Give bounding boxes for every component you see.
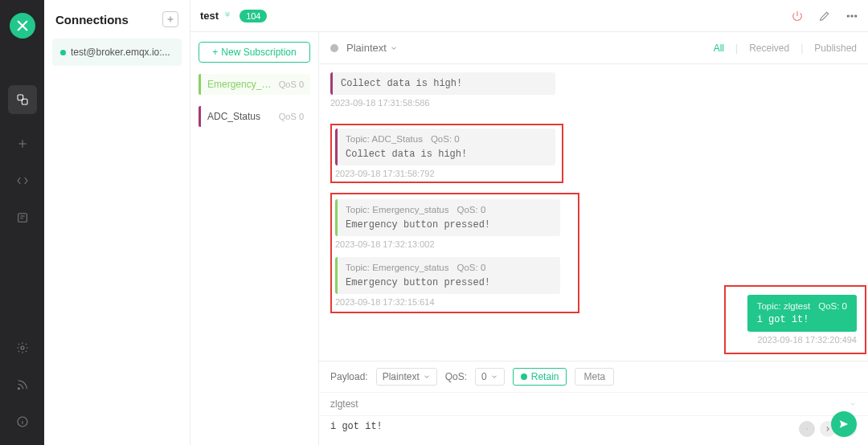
nav-script-icon[interactable]: [15, 174, 30, 188]
messages-header: Plaintext All | Received | Published: [319, 32, 868, 64]
svg-point-7: [851, 14, 853, 16]
connection-item[interactable]: test@broker.emqx.io:...: [52, 39, 182, 66]
edit-button[interactable]: [818, 10, 831, 22]
message-qos: QoS: 0: [457, 205, 485, 214]
topic-input[interactable]: zlgtest: [330, 398, 358, 410]
meta-button[interactable]: Meta: [575, 368, 614, 386]
message-time: 2023-09-18 17:31:58:586: [330, 98, 555, 108]
retain-toggle[interactable]: Retain: [513, 368, 567, 386]
svg-point-4: [18, 388, 19, 390]
expand-icon[interactable]: [223, 10, 231, 22]
subscriptions-panel: +New Subscription Emergency_status QoS 0…: [190, 32, 319, 445]
message-item: Topic: Emergency_status QoS: 0 Emergency…: [335, 257, 560, 307]
message-topic: Topic: Emergency_status: [346, 205, 448, 214]
nav-connections-icon[interactable]: [8, 85, 37, 114]
message-time: 2023-09-18 17:31:58:792: [335, 169, 555, 178]
message-topic: Topic: Emergency_status: [346, 263, 448, 272]
nav-new-icon[interactable]: [15, 137, 30, 151]
disconnect-button[interactable]: [791, 10, 804, 22]
app-logo: [10, 13, 35, 39]
message-list[interactable]: Collect data is high! 2023-09-18 17:31:5…: [319, 64, 868, 361]
payload-format-label: Plaintext: [346, 42, 387, 54]
subscription-name: ADC_Status: [207, 111, 274, 122]
connections-title: Connections: [55, 13, 129, 27]
payload-format-select[interactable]: Plaintext: [376, 368, 437, 386]
message-qos: QoS: 0: [431, 134, 460, 144]
history-prev-button[interactable]: [799, 421, 815, 437]
nav-settings-icon[interactable]: [15, 341, 30, 355]
filter-published[interactable]: Published: [814, 43, 857, 54]
message-item: Topic: ADC_Status QoS: 0 Collect data is…: [335, 129, 555, 178]
svg-point-6: [847, 14, 849, 16]
svg-point-3: [21, 346, 24, 349]
messages-panel: Plaintext All | Received | Published Col…: [319, 32, 868, 445]
nav-log-icon[interactable]: [15, 210, 30, 225]
main-area: test 104 +New Subscription Emergency_sta…: [190, 0, 868, 445]
svg-rect-2: [18, 214, 27, 222]
format-dot-icon: [330, 44, 338, 52]
subscription-qos: QoS 0: [279, 112, 304, 121]
subscription-qos: QoS 0: [279, 80, 304, 89]
status-dot-icon: [60, 50, 66, 55]
connections-panel: Connections test@broker.emqx.io:...: [44, 0, 190, 445]
connection-title: test: [200, 10, 219, 22]
message-qos: QoS: 0: [818, 301, 847, 311]
top-bar: test 104: [190, 0, 868, 32]
message-topic: Topic: zlgtest: [757, 301, 810, 311]
composer: Payload: Plaintext QoS: 0 Retain Meta: [319, 361, 868, 445]
highlight-box: Topic: Emergency_status QoS: 0 Emergency…: [330, 193, 579, 313]
message-count-badge: 104: [240, 10, 267, 22]
message-body: Collect data is high!: [346, 149, 547, 160]
highlight-box: Topic: ADC_Status QoS: 0 Collect data is…: [330, 124, 563, 183]
payload-input[interactable]: i got it!: [330, 421, 791, 432]
message-time: 2023-09-18 17:32:15:614: [335, 297, 560, 307]
message-item-sent: Topic: zlgtest QoS: 0 i got it! 2023-09-…: [734, 295, 857, 345]
message-time: 2023-09-18 17:32:20:494: [734, 335, 857, 345]
add-connection-button[interactable]: [162, 11, 178, 27]
qos-select[interactable]: 0: [475, 368, 505, 386]
svg-point-8: [855, 14, 857, 16]
payload-format-select[interactable]: Plaintext: [346, 42, 398, 54]
message-body: Emergency button pressed!: [346, 277, 552, 288]
qos-label: QoS:: [445, 371, 467, 382]
connection-name: test@broker.emqx.io:...: [71, 47, 170, 58]
message-body: i got it!: [757, 314, 847, 325]
send-button[interactable]: [831, 411, 857, 437]
highlight-box: Topic: zlgtest QoS: 0 i got it! 2023-09-…: [724, 285, 866, 354]
message-qos: QoS: 0: [457, 263, 485, 272]
more-button[interactable]: [845, 10, 858, 22]
retain-dot-icon: [521, 374, 527, 380]
subscription-name: Emergency_status: [207, 79, 274, 90]
nav-info-icon[interactable]: [15, 414, 30, 429]
new-subscription-label: New Subscription: [221, 47, 296, 58]
subscription-item-emergency[interactable]: Emergency_status QoS 0: [199, 74, 310, 95]
new-subscription-button[interactable]: +New Subscription: [199, 42, 310, 63]
message-item: Collect data is high! 2023-09-18 17:31:5…: [330, 72, 555, 108]
message-body: Emergency button pressed!: [346, 219, 552, 231]
message-body: Collect data is high!: [341, 78, 547, 89]
nav-rail: [0, 0, 44, 445]
message-item: Topic: Emergency_status QoS: 0 Emergency…: [335, 199, 560, 249]
chevron-down-icon[interactable]: [849, 398, 857, 410]
payload-label: Payload:: [330, 371, 368, 382]
nav-feed-icon[interactable]: [15, 378, 30, 392]
filter-received[interactable]: Received: [749, 43, 789, 54]
message-topic: Topic: ADC_Status: [346, 134, 423, 144]
subscription-item-adc[interactable]: ADC_Status QoS 0: [199, 106, 310, 127]
filter-all[interactable]: All: [714, 43, 724, 54]
message-time: 2023-09-18 17:32:13:002: [335, 239, 560, 249]
message-filter-tabs: All | Received | Published: [714, 43, 857, 54]
